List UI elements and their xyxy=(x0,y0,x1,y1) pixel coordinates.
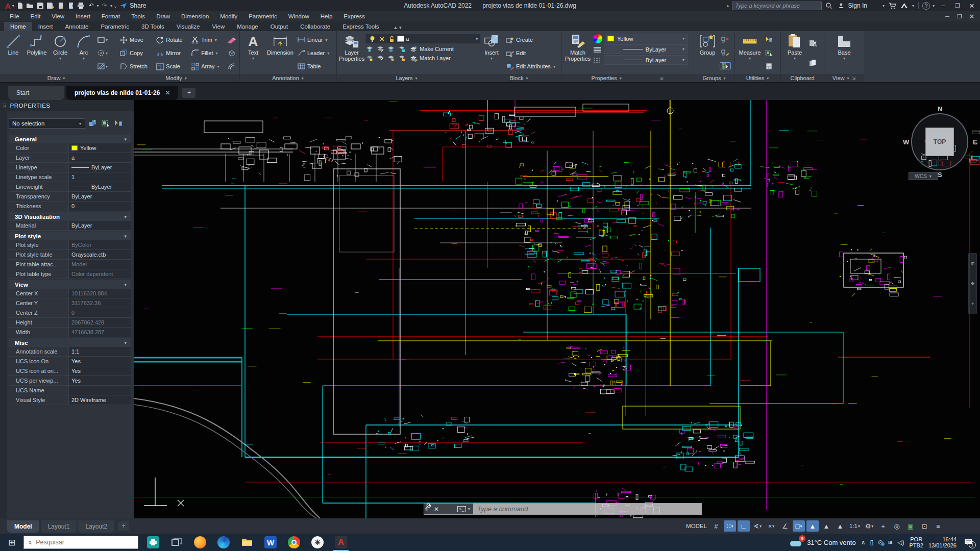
layer-color-swatch[interactable] xyxy=(397,36,404,42)
group-selection-icon[interactable] xyxy=(720,62,731,69)
close-button[interactable]: ✕ xyxy=(966,1,978,10)
section-collapse-icon[interactable]: ▾ xyxy=(124,340,127,345)
file-tab-start[interactable]: Start xyxy=(8,86,64,100)
taskbar-app-chrome-icon[interactable] xyxy=(282,534,306,551)
property-value-layer[interactable]: a xyxy=(69,153,131,162)
viewcube[interactable]: N W E S TOP xyxy=(902,104,978,181)
command-close-icon[interactable]: ✕ xyxy=(430,504,443,514)
linear-button[interactable]: Linear▾ xyxy=(296,36,329,44)
taskbar-app-word-icon[interactable]: W xyxy=(259,534,282,551)
polyline-button[interactable]: Polyline xyxy=(26,32,48,74)
viewcube-west[interactable]: W xyxy=(903,138,909,146)
autocad-logo-icon[interactable]: A xyxy=(5,2,11,10)
save-to-mobile-icon[interactable] xyxy=(56,2,66,10)
isolate-objects-icon[interactable]: ◎ xyxy=(891,520,903,532)
arc-chevron-icon[interactable]: ▾ xyxy=(83,56,85,61)
taskbar-app-task-view-icon[interactable] xyxy=(165,534,188,551)
navigation-bar[interactable]: ⊞✥⌖ xyxy=(968,253,977,314)
object-snap-tracking-icon[interactable]: ∠ xyxy=(779,520,791,532)
ribbon-tab-visualize[interactable]: Visualize xyxy=(170,22,206,31)
redo-icon[interactable]: ↷ xyxy=(100,2,110,10)
panel-label-clipboard[interactable]: Clipboard xyxy=(781,74,824,82)
clock[interactable]: 16:4413/01/2026 xyxy=(928,536,957,548)
group-button[interactable]: Group xyxy=(696,32,719,74)
property-value-ucs-icon-on[interactable]: Yes xyxy=(69,357,131,366)
create-block-button[interactable]: Create xyxy=(505,36,534,44)
layer-properties-button[interactable]: Layer Properties xyxy=(339,32,364,74)
new-file-icon[interactable] xyxy=(15,2,25,10)
annotation-visibility-icon[interactable]: ▲ xyxy=(806,520,819,532)
panel-label-block[interactable]: Block▾ xyxy=(477,74,561,82)
layout-tab-layout2[interactable]: Layout2 xyxy=(78,520,114,533)
doc-minimize-button[interactable]: ─ xyxy=(941,12,953,21)
file-tab-document[interactable]: projeto vias de nilde 01-01-26✕ xyxy=(66,86,178,100)
menu-item-edit[interactable]: Edit xyxy=(25,13,46,19)
palette-header[interactable]: ⣿PROPERTIES xyxy=(0,100,134,111)
minimize-button[interactable]: ─ xyxy=(937,1,949,10)
menu-item-window[interactable]: Window xyxy=(283,13,315,19)
layer-lock-icon[interactable] xyxy=(387,35,396,43)
taskbar-app-chatgpt-icon[interactable]: ✳ xyxy=(306,534,329,551)
undo-chevron-icon[interactable]: ▾ xyxy=(97,4,99,8)
hidden-icons-chevron-icon[interactable]: ∧ xyxy=(861,539,866,546)
menu-item-help[interactable]: Help xyxy=(315,13,338,19)
taskbar-app-firefox-icon[interactable] xyxy=(188,534,212,551)
property-value-linetype-scale[interactable]: 1 xyxy=(69,172,131,182)
insert-chevron-icon[interactable]: ▾ xyxy=(491,56,493,61)
object-snap-icon[interactable]: □▾ xyxy=(793,520,805,532)
taskbar-app-autocad-icon[interactable]: A xyxy=(329,534,353,551)
menu-item-express[interactable]: Express xyxy=(338,13,371,19)
calculator-icon[interactable] xyxy=(764,63,774,70)
file-tab-close-icon[interactable]: ✕ xyxy=(165,89,170,96)
drawing-canvas[interactable]: N W E S TOP WCS▾ ⊞✥⌖ ⣿ ✕ >_▾ xyxy=(134,100,980,518)
property-value-material[interactable]: ByLayer xyxy=(69,221,131,230)
section-collapse-icon[interactable]: ▾ xyxy=(124,282,127,287)
count-selection-icon[interactable] xyxy=(764,49,774,56)
weather-widget[interactable]: 9 31°C Com vento xyxy=(790,537,856,547)
panel-label-layers[interactable]: Layers▾ xyxy=(337,74,477,82)
property-value-thickness[interactable]: 0 xyxy=(69,202,131,211)
keyword-search-input[interactable] xyxy=(732,2,822,10)
command-input[interactable] xyxy=(473,504,701,514)
copy-button[interactable]: Copy xyxy=(118,46,152,60)
language-indicator[interactable]: PORPTB2 xyxy=(909,536,923,548)
linetype-select[interactable]: ByLayer ▾ xyxy=(604,55,688,65)
autodesk-chevron-icon[interactable]: ▾ xyxy=(912,4,914,8)
match-properties-button[interactable]: Match Properties xyxy=(564,32,592,74)
network-icon[interactable]: ⊙i xyxy=(878,539,883,546)
section-header-3d-visualization[interactable]: 3D Visualization▾ xyxy=(9,212,131,221)
arc-button[interactable]: Arc ▾ xyxy=(72,32,95,74)
menu-item-draw[interactable]: Draw xyxy=(151,13,176,19)
trim-button[interactable]: Trim▾ xyxy=(190,33,224,46)
circle-chevron-icon[interactable]: ▾ xyxy=(59,56,61,61)
measure-button[interactable]: Measure ▾ xyxy=(737,32,763,74)
palette-grip-icon[interactable]: ⣿ xyxy=(3,103,7,108)
search-icon[interactable] xyxy=(824,2,834,10)
select-objects-icon[interactable] xyxy=(101,119,111,128)
property-value-visual-style[interactable]: 2D Wireframe xyxy=(69,395,131,405)
viewcube-south[interactable]: S xyxy=(938,171,942,179)
property-value-linetype[interactable]: ByLayer xyxy=(69,163,131,172)
make-current-button[interactable]: Make Current xyxy=(408,45,455,53)
dimension-button[interactable]: Dimension xyxy=(265,32,295,74)
ribbon-tab-output[interactable]: Output xyxy=(264,22,295,31)
qat-customize-icon[interactable]: ⌄ xyxy=(113,3,117,9)
section-header-plot-style[interactable]: Plot style▾ xyxy=(9,232,131,240)
layer-isolate-icon[interactable] xyxy=(365,45,374,53)
ribbon-tab-3d-tools[interactable]: 3D Tools xyxy=(135,22,170,31)
device-icon[interactable]: ▯ xyxy=(870,539,873,546)
table-button[interactable]: Table xyxy=(296,62,322,70)
taskbar-app-edge-icon[interactable] xyxy=(212,534,235,551)
menu-item-file[interactable]: File xyxy=(4,13,25,19)
new-tab-button[interactable]: + xyxy=(182,88,195,98)
panel-label-view[interactable]: View▾⇲ xyxy=(824,74,864,82)
panel-label-modify[interactable]: Modify▾ xyxy=(113,74,239,82)
text-button[interactable]: A Text ▾ xyxy=(242,32,264,74)
stretch-button[interactable]: Stretch xyxy=(118,60,152,73)
quick-select-palette-icon[interactable] xyxy=(113,119,124,128)
cut-icon[interactable] xyxy=(807,40,818,46)
menu-item-format[interactable]: Format xyxy=(96,13,126,19)
search-expand-icon[interactable]: ▸ xyxy=(727,4,729,8)
command-prompt-icon[interactable]: >_▾ xyxy=(455,504,473,514)
grid-display-icon[interactable]: # xyxy=(710,520,722,532)
